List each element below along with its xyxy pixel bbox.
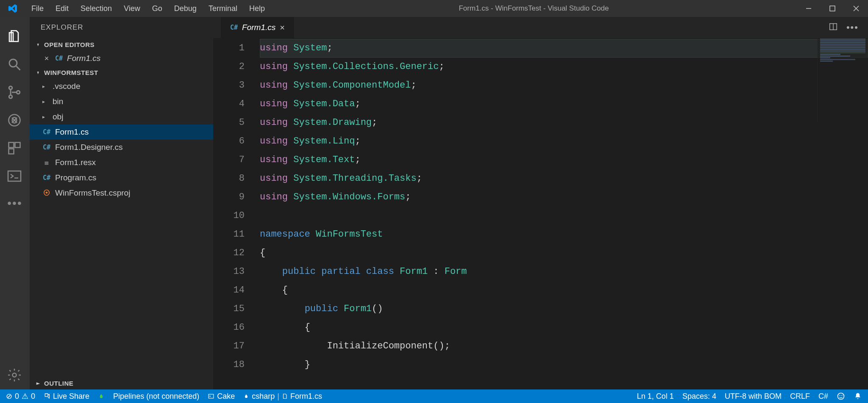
code-line[interactable]: using System; xyxy=(260,39,868,58)
file-label: WinFormsTest.csproj xyxy=(55,188,130,198)
file-item-form1-resx[interactable]: ≣Form1.resx xyxy=(30,155,213,170)
activity-bar: ••• xyxy=(0,17,30,389)
menu-terminal[interactable]: Terminal xyxy=(203,1,243,17)
svg-point-4 xyxy=(9,59,17,67)
svg-point-20 xyxy=(840,395,840,396)
cake-status[interactable]: Cake xyxy=(208,392,235,401)
code-line[interactable] xyxy=(260,207,868,225)
outline-section[interactable]: ▶ OUTLINE xyxy=(30,377,213,389)
line-number-gutter: 123456789101112131415161718 xyxy=(213,38,260,389)
code-line[interactable]: public Form1() xyxy=(260,300,868,318)
editor-tab[interactable]: C# Form1.cs × xyxy=(221,17,294,38)
tab-label: Form1.cs xyxy=(242,23,275,32)
omnisharp-status[interactable]: csharp | Form1.cs xyxy=(243,392,322,401)
svg-rect-1 xyxy=(830,6,835,11)
code-line[interactable]: InitializeComponent(); xyxy=(260,337,868,356)
error-icon: ⊘ xyxy=(6,392,12,401)
code-line[interactable]: using System.Windows.Forms; xyxy=(260,188,868,207)
line-number: 14 xyxy=(213,281,245,300)
code-line[interactable]: using System.Data; xyxy=(260,95,868,113)
encoding-status[interactable]: UTF-8 with BOM xyxy=(725,392,782,401)
code-line[interactable]: { xyxy=(260,244,868,262)
workbench: ••• EXPLORER ▼ OPEN EDITORS × C# Form1.c… xyxy=(0,17,868,389)
close-tab-icon[interactable]: × xyxy=(280,23,285,33)
code-line[interactable]: public partial class Form1 : Form xyxy=(260,262,868,281)
terminal-icon[interactable] xyxy=(7,168,23,185)
code-line[interactable]: using System.Drawing; xyxy=(260,113,868,132)
file-label: Form1.cs xyxy=(55,127,89,137)
more-actions-icon[interactable]: ••• xyxy=(7,196,22,210)
settings-gear-icon[interactable] xyxy=(7,367,23,384)
eol-status[interactable]: CRLF xyxy=(790,392,810,401)
source-control-icon[interactable] xyxy=(7,85,23,101)
extensions-icon[interactable] xyxy=(7,141,23,157)
line-number: 4 xyxy=(213,95,245,113)
menu-edit[interactable]: Edit xyxy=(50,1,75,17)
folder-item-bin[interactable]: ▸bin xyxy=(30,94,213,109)
debug-icon[interactable] xyxy=(7,113,23,129)
live-share-label: Live Share xyxy=(53,392,89,401)
errors-status[interactable]: ⊘ 0 ⚠ 0 xyxy=(6,392,35,401)
close-button[interactable] xyxy=(844,0,868,17)
file-item-form1-cs[interactable]: C#Form1.cs xyxy=(30,124,213,140)
status-bar: ⊘ 0 ⚠ 0 Live Share Pipelines (not connec… xyxy=(0,389,868,403)
svg-rect-13 xyxy=(9,149,14,154)
chevron-down-icon: ▼ xyxy=(36,42,40,47)
line-number: 13 xyxy=(213,262,245,281)
menu-bar: FileEditSelectionViewGoDebugTerminalHelp xyxy=(25,1,271,17)
menu-help[interactable]: Help xyxy=(243,1,271,17)
more-actions-icon[interactable]: ••• xyxy=(846,22,859,33)
menu-file[interactable]: File xyxy=(25,1,50,17)
file-label: .vscode xyxy=(53,82,80,91)
open-editor-item[interactable]: × C# Form1.cs xyxy=(30,51,213,66)
menu-selection[interactable]: Selection xyxy=(75,1,118,17)
code-line[interactable]: } xyxy=(260,356,868,374)
svg-point-8 xyxy=(17,91,20,94)
code-line[interactable]: using System.Linq; xyxy=(260,132,868,151)
menu-view[interactable]: View xyxy=(118,1,146,17)
line-number: 12 xyxy=(213,244,245,262)
line-number: 18 xyxy=(213,356,245,374)
file-item-winformstest-csproj[interactable]: ⦿WinFormsTest.csproj xyxy=(30,185,213,201)
cursor-position[interactable]: Ln 1, Col 1 xyxy=(637,392,674,401)
pipelines-status[interactable]: Pipelines (not connected) xyxy=(113,392,199,401)
code-line[interactable]: using System.ComponentModel; xyxy=(260,76,868,95)
menu-debug[interactable]: Debug xyxy=(168,1,203,17)
line-number: 10 xyxy=(213,207,245,225)
open-editors-section[interactable]: ▼ OPEN EDITORS xyxy=(30,38,213,51)
bell-icon[interactable] xyxy=(854,392,862,400)
file-item-program-cs[interactable]: C#Program.cs xyxy=(30,170,213,185)
code-line[interactable]: { xyxy=(260,318,868,337)
folder-item--vscode[interactable]: ▸.vscode xyxy=(30,79,213,94)
code-line[interactable]: namespace WinFormsTest xyxy=(260,225,868,244)
terminal-small-icon xyxy=(208,393,214,399)
code-line[interactable]: using System.Threading.Tasks; xyxy=(260,169,868,188)
language-status[interactable]: C# xyxy=(818,392,828,401)
svg-point-19 xyxy=(838,393,844,400)
maximize-button[interactable] xyxy=(821,0,844,17)
close-icon[interactable]: × xyxy=(42,54,51,63)
svg-point-6 xyxy=(9,86,12,90)
code-content[interactable]: using System;using System.Collections.Ge… xyxy=(260,38,868,389)
indentation-status[interactable]: Spaces: 4 xyxy=(682,392,716,401)
minimize-button[interactable] xyxy=(797,0,821,17)
folder-item-obj[interactable]: ▸obj xyxy=(30,109,213,124)
window-controls xyxy=(797,0,868,17)
svg-rect-11 xyxy=(9,143,14,148)
files-icon[interactable] xyxy=(7,29,23,45)
sidebar-title: EXPLORER xyxy=(30,17,213,38)
flame-icon[interactable] xyxy=(98,392,105,400)
split-editor-icon[interactable] xyxy=(829,22,838,33)
feedback-icon[interactable] xyxy=(837,392,845,400)
project-section[interactable]: ▼ WINFORMSTEST xyxy=(30,66,213,79)
code-line[interactable]: using System.Text; xyxy=(260,151,868,169)
chevron-right-icon: ▸ xyxy=(42,83,48,89)
code-editor[interactable]: 123456789101112131415161718 using System… xyxy=(213,38,868,389)
minimap[interactable] xyxy=(817,38,868,123)
live-share-status[interactable]: Live Share xyxy=(44,392,89,401)
menu-go[interactable]: Go xyxy=(146,1,168,17)
file-item-form1-designer-cs[interactable]: C#Form1.Designer.cs xyxy=(30,140,213,155)
code-line[interactable]: using System.Collections.Generic; xyxy=(260,58,868,76)
code-line[interactable]: { xyxy=(260,281,868,300)
search-icon[interactable] xyxy=(7,57,23,73)
